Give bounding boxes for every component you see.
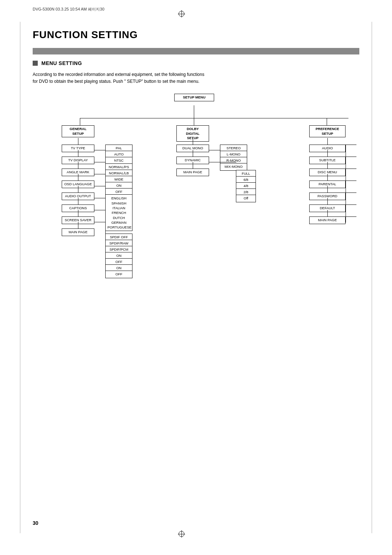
general-setup-box: GENERAL SETUP bbox=[62, 125, 94, 137]
setup-menu-box: SETUP MENU bbox=[174, 94, 214, 101]
languages-box: ENGLISH SPANISH ITALIAN FRENCH DUTCH GER… bbox=[105, 194, 132, 231]
page-title: FUNCTION SETTING bbox=[33, 29, 359, 41]
main-page-pref-box: MAIN PAGE bbox=[309, 216, 346, 224]
crosshair-top bbox=[178, 10, 185, 17]
main-content: FUNCTION SETTING MENU SETTING According … bbox=[33, 29, 359, 377]
main-page-dolby-box: MAIN PAGE bbox=[176, 169, 209, 176]
diagram: SETUP MENU GENERAL SETUP DOLBY DIGITAL S… bbox=[33, 94, 359, 377]
menu-setting-icon bbox=[33, 61, 38, 66]
section-title: MENU SETTING bbox=[41, 60, 82, 66]
off3-box: OFF bbox=[105, 271, 132, 278]
section-bar bbox=[33, 48, 359, 54]
page-header: DVG-5300N 03.3.25 10:54 AM 페이지30 bbox=[33, 7, 105, 12]
mix-mono-box: MIX-MONO bbox=[220, 163, 247, 170]
off-dynamic-box: Off bbox=[236, 195, 256, 202]
preference-setup-box: PREFERENCE SETUP bbox=[309, 125, 346, 137]
page-number: 30 bbox=[33, 520, 38, 526]
page-border-left bbox=[20, 22, 20, 533]
page-border-right bbox=[372, 22, 372, 533]
menu-setting-header: MENU SETTING bbox=[33, 60, 359, 66]
main-page-general-box: MAIN PAGE bbox=[62, 228, 94, 236]
description: According to the recorded information an… bbox=[33, 71, 294, 85]
crosshair-bottom bbox=[178, 530, 185, 538]
